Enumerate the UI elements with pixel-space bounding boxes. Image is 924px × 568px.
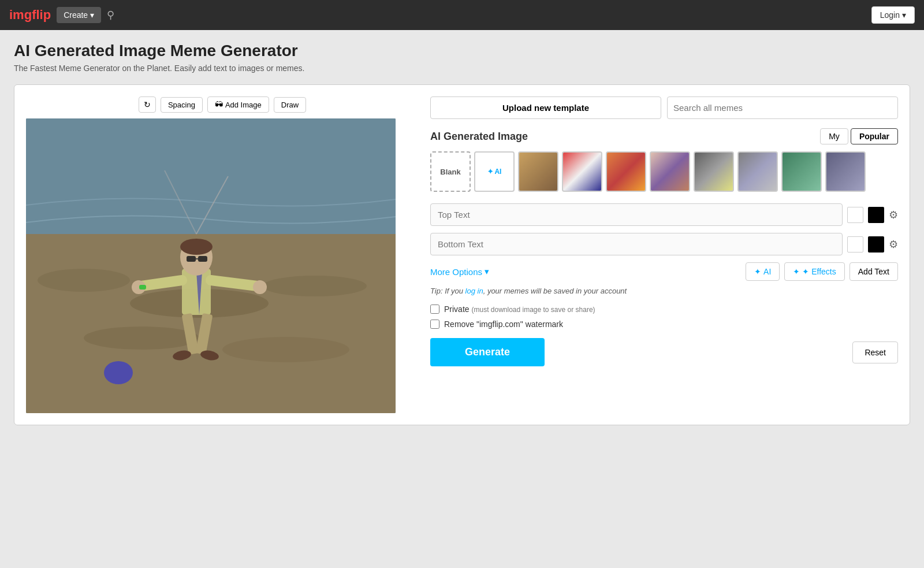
svg-point-24 <box>104 361 133 384</box>
template-item[interactable] <box>825 151 866 192</box>
private-label-text: Private <box>444 305 471 314</box>
tip-suffix: , your memes will be saved in your accou… <box>483 287 627 295</box>
meme-image <box>26 118 396 413</box>
search-icon[interactable]: ⚲ <box>107 9 114 21</box>
watermark-label: Remove "imgflip.com" watermark <box>444 320 563 329</box>
search-input[interactable] <box>667 96 898 119</box>
popular-tab[interactable]: Popular <box>851 128 898 144</box>
logo[interactable]: imgflip <box>9 8 51 23</box>
private-checkbox[interactable] <box>430 305 439 314</box>
tip-prefix: Tip: If you <box>430 287 465 295</box>
svg-rect-17 <box>198 256 207 262</box>
main-card: ↻ Spacing 🕶 Add Image Draw <box>14 84 910 425</box>
svg-point-5 <box>263 276 367 296</box>
ai-section-title: AI Generated Image <box>430 131 528 143</box>
top-text-color-black[interactable] <box>868 207 884 223</box>
action-buttons: Upload new template <box>430 96 898 119</box>
logo-img: img <box>9 8 32 22</box>
svg-point-15 <box>180 239 213 255</box>
svg-point-3 <box>38 269 130 292</box>
template-item[interactable] <box>737 151 778 192</box>
page-content: AI Generated Image Meme Generator The Fa… <box>0 30 924 437</box>
chevron-down-icon: ▾ <box>90 10 94 20</box>
svg-point-6 <box>84 326 199 350</box>
private-sublabel: (must download image to save or share) <box>471 306 595 314</box>
login-label: Login <box>880 10 900 20</box>
sunglasses-icon: 🕶 <box>215 100 223 109</box>
logo-flip: flip <box>32 8 51 22</box>
more-options-button[interactable]: More Options ▾ <box>430 266 489 277</box>
top-text-input[interactable] <box>430 203 843 226</box>
header-left: imgflip Create ▾ ⚲ <box>9 7 114 23</box>
svg-line-11 <box>211 280 257 286</box>
add-image-label: Add Image <box>225 101 262 109</box>
page-subtitle: The Fastest Meme Generator on the Planet… <box>14 64 910 73</box>
right-panel: Upload new template AI Generated Image M… <box>430 96 898 413</box>
tip-text: Tip: If you log in, your memes will be s… <box>430 287 898 295</box>
top-text-color-white[interactable] <box>847 207 863 223</box>
generate-row: Generate Reset <box>430 338 898 366</box>
bottom-text-input[interactable] <box>430 233 843 255</box>
add-text-label: Add Text <box>858 267 889 276</box>
private-checkbox-row: Private (must download image to save or … <box>430 305 898 314</box>
spacing-label: Spacing <box>168 101 195 109</box>
svg-point-13 <box>253 280 267 294</box>
bottom-text-row: ⚙ <box>430 233 898 255</box>
top-text-row: ⚙ <box>430 203 898 226</box>
more-options-label: More Options <box>430 267 482 277</box>
generate-button[interactable]: Generate <box>430 338 545 366</box>
meme-image-area <box>26 118 396 413</box>
create-label: Create <box>64 10 88 20</box>
my-tab[interactable]: My <box>820 128 848 144</box>
tip-login-link[interactable]: log in <box>465 287 483 295</box>
template-item[interactable] <box>650 151 690 192</box>
bottom-text-color-white[interactable] <box>847 236 863 253</box>
ai-sparkle-icon: ✦ <box>754 267 761 276</box>
login-button[interactable]: Login ▾ <box>871 6 915 24</box>
svg-line-10 <box>141 280 182 286</box>
effects-label: ✦ Effects <box>802 267 836 276</box>
top-text-settings-button[interactable]: ⚙ <box>889 209 898 221</box>
upload-template-button[interactable]: Upload new template <box>430 96 661 119</box>
toolbar: ↻ Spacing 🕶 Add Image Draw <box>26 96 419 113</box>
template-blank[interactable]: Blank <box>430 151 471 192</box>
template-item[interactable] <box>781 151 822 192</box>
svg-rect-23 <box>139 285 146 289</box>
left-panel: ↻ Spacing 🕶 Add Image Draw <box>26 96 419 413</box>
action-row: ✦ AI ✦ ✦ Effects Add Text <box>746 262 898 281</box>
add-text-button[interactable]: Add Text <box>850 262 898 281</box>
bottom-text-settings-button[interactable]: ⚙ <box>889 238 898 251</box>
template-item[interactable] <box>606 151 646 192</box>
watermark-label-text: Remove "imgflip.com" watermark <box>444 320 563 329</box>
effects-sparkle-icon: ✦ <box>793 267 800 276</box>
chevron-down-icon: ▾ <box>902 10 906 20</box>
template-ai[interactable]: ✦ AI <box>474 151 515 192</box>
svg-point-7 <box>222 337 349 362</box>
template-item[interactable] <box>562 151 602 192</box>
spacing-button[interactable]: Spacing <box>161 97 203 113</box>
template-grid: Blank ✦ AI <box>430 151 898 192</box>
effects-button[interactable]: ✦ ✦ Effects <box>784 262 844 281</box>
svg-rect-16 <box>187 256 196 262</box>
ai-label: AI <box>763 267 771 276</box>
rotate-button[interactable]: ↻ <box>139 96 156 113</box>
ai-button[interactable]: ✦ AI <box>746 262 780 281</box>
private-label: Private (must download image to save or … <box>444 305 595 314</box>
template-item[interactable] <box>518 151 558 192</box>
create-button[interactable]: Create ▾ <box>57 7 101 23</box>
chevron-down-icon: ▾ <box>485 266 489 277</box>
bottom-controls: More Options ▾ ✦ AI ✦ ✦ Effects Add Text <box>430 262 898 281</box>
watermark-checkbox[interactable] <box>430 320 439 329</box>
svg-rect-1 <box>26 118 396 234</box>
bottom-text-color-black[interactable] <box>868 236 884 253</box>
view-tabs: My Popular <box>820 128 898 144</box>
draw-label: Draw <box>281 101 299 109</box>
reset-button[interactable]: Reset <box>852 341 898 363</box>
ai-section-header: AI Generated Image My Popular <box>430 128 898 144</box>
header: imgflip Create ▾ ⚲ Login ▾ <box>0 0 924 30</box>
template-item[interactable] <box>694 151 734 192</box>
watermark-checkbox-row: Remove "imgflip.com" watermark <box>430 320 898 329</box>
draw-button[interactable]: Draw <box>274 97 306 113</box>
add-image-button[interactable]: 🕶 Add Image <box>207 96 269 113</box>
page-title: AI Generated Image Meme Generator <box>14 42 910 60</box>
